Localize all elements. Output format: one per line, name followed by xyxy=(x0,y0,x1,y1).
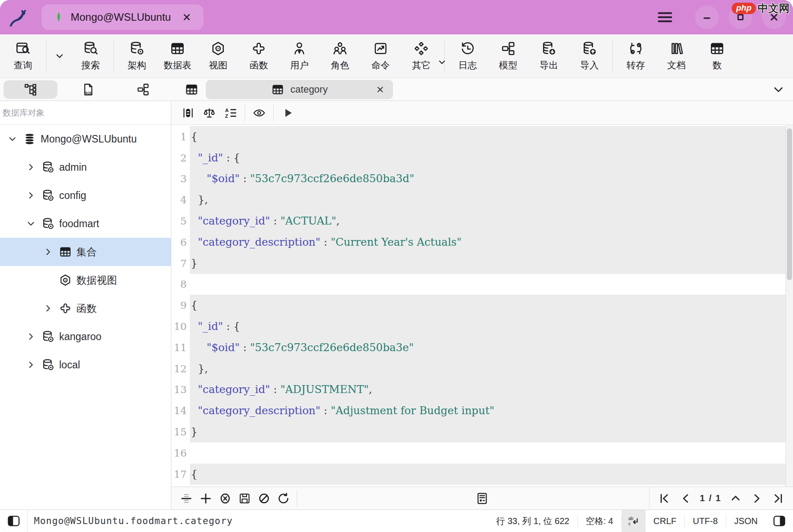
tree-item-data-views[interactable]: 数据视图 xyxy=(0,266,171,294)
menu-hamburger-icon[interactable] xyxy=(656,8,674,26)
sort-button[interactable]: AZ xyxy=(220,106,241,120)
toolbar-export-button[interactable]: 导出 xyxy=(529,38,569,74)
toolbar-docs-button[interactable]: 文档 xyxy=(656,38,697,74)
code-line-text[interactable]: "_id" : { xyxy=(190,316,785,337)
run-button[interactable] xyxy=(277,106,298,120)
tree-item-db-local[interactable]: local xyxy=(0,351,171,379)
circleslash-icon xyxy=(257,492,271,505)
last-page-button[interactable] xyxy=(769,492,787,505)
code-line-text[interactable]: "$oid" : "53c7c973ccf26e6de850ba3d" xyxy=(190,169,785,190)
toolbar-user-button[interactable]: 用户 xyxy=(279,38,320,74)
toolbar-schema-button[interactable]: 架构 xyxy=(117,38,157,74)
tab-overflow-chevron-icon[interactable] xyxy=(772,83,785,96)
model-view-button[interactable] xyxy=(136,82,150,97)
tablegrid-icon xyxy=(170,41,185,56)
connection-tab-close-icon[interactable] xyxy=(181,12,192,22)
code-line: 14"category_description" : "Adjustment f… xyxy=(171,400,785,421)
line-number: 13 xyxy=(171,384,190,395)
previous-page-button[interactable] xyxy=(677,492,695,505)
object-tree-button[interactable] xyxy=(4,80,57,99)
form-view-icon[interactable] xyxy=(475,491,489,506)
code-line-text[interactable]: } xyxy=(190,253,785,274)
records-view-button[interactable] xyxy=(177,106,199,120)
code-line-text[interactable]: "category_description" : "Adjustment for… xyxy=(190,400,785,421)
objects-tab[interactable] xyxy=(185,82,199,97)
code-line-text[interactable]: { xyxy=(190,126,785,147)
toolbar-search-button[interactable]: 搜索 xyxy=(70,38,111,74)
add-record-button[interactable] xyxy=(196,492,215,505)
page-up-button[interactable] xyxy=(727,492,744,505)
query-file-button[interactable]: SQL xyxy=(81,82,95,97)
aggregate-button[interactable] xyxy=(199,106,220,120)
tree-item-collections[interactable]: 集合 xyxy=(0,238,171,266)
toolbar-function-button[interactable]: 函数 xyxy=(238,38,279,74)
chevron-right-icon[interactable] xyxy=(42,303,54,314)
category-tab[interactable]: category xyxy=(206,80,393,99)
indent-setting[interactable]: 空格: 4 xyxy=(578,510,621,532)
discard-changes-button[interactable] xyxy=(254,492,274,505)
toggle-left-panel-icon[interactable] xyxy=(0,513,27,528)
chevron-right-icon[interactable] xyxy=(25,331,37,342)
tree-item-connection-mongo-wslubuntu[interactable]: Mongo@WSLUbuntu xyxy=(0,125,171,153)
toolbar-other-button[interactable]: 其它 xyxy=(401,38,442,74)
toolbar-view-button[interactable]: 视图 xyxy=(198,38,238,74)
code-line-text[interactable]: "category_id" : "ACTUAL", xyxy=(190,210,785,232)
toolbar-role-button[interactable]: 角色 xyxy=(320,38,360,74)
encoding[interactable]: UTF-8 xyxy=(685,510,726,532)
delete-record-button[interactable] xyxy=(215,492,235,505)
toolbar-query-button[interactable]: 查询 xyxy=(3,38,43,74)
json-code-area[interactable]: 1{2"_id" : {3"$oid" : "53c7c973ccf26e6de… xyxy=(171,125,793,487)
chevron-right-icon[interactable] xyxy=(25,360,37,370)
refresh-button[interactable] xyxy=(274,492,293,505)
code-line-text[interactable]: "_id" : { xyxy=(190,147,785,169)
code-line-text[interactable] xyxy=(190,442,785,464)
toolbar-dump-button[interactable]: 转存 xyxy=(616,38,656,74)
toolbar-import-button[interactable]: 导入 xyxy=(569,38,610,74)
toolbar-command-button[interactable]: 命令 xyxy=(360,38,401,74)
tree-item-db-config[interactable]: config xyxy=(0,181,171,210)
code-rows: 1{2"_id" : {3"$oid" : "53c7c973ccf26e6de… xyxy=(171,126,785,485)
toolbar-model-button[interactable]: 模型 xyxy=(488,38,529,74)
category-tab-close-icon[interactable] xyxy=(375,85,385,94)
toolbar-datagen-button[interactable]: 数 xyxy=(697,38,737,74)
line-ending[interactable]: CRLF xyxy=(646,510,684,532)
first-page-button[interactable] xyxy=(656,492,673,505)
code-line-text[interactable]: } xyxy=(190,421,785,442)
toggle-right-panel-icon[interactable] xyxy=(766,513,793,528)
preview-button[interactable] xyxy=(249,106,270,120)
toolbar-separator xyxy=(113,40,114,72)
code-line-text[interactable]: { xyxy=(190,295,785,316)
chevron-right-icon[interactable] xyxy=(25,190,37,201)
minimize-button[interactable] xyxy=(695,5,719,29)
code-line-text[interactable]: "$oid" : "53c7c973ccf26e6de850ba3e" xyxy=(190,337,785,358)
chevron-right-icon[interactable] xyxy=(42,247,54,257)
chevron-right-icon[interactable] xyxy=(25,162,37,172)
grid-options-button[interactable] xyxy=(177,492,196,505)
code-line-text[interactable]: }, xyxy=(190,358,785,379)
connection-tab[interactable]: Mongo@WSLUbuntu xyxy=(42,4,204,30)
next-page-button[interactable] xyxy=(748,492,766,505)
vertical-scrollbar[interactable] xyxy=(785,125,793,487)
toolbar-log-button[interactable]: 日志 xyxy=(447,38,488,74)
object-filter-input[interactable]: 数据库对象 xyxy=(0,101,171,125)
word-wrap-icon[interactable]: abc xyxy=(622,510,646,532)
new-object-dropdown-button[interactable] xyxy=(49,51,70,61)
tree-item-functions[interactable]: 函数 xyxy=(0,294,171,322)
scrollbar-thumb[interactable] xyxy=(787,128,792,280)
chevron-down-icon[interactable] xyxy=(25,218,37,229)
code-line-text[interactable]: { xyxy=(190,464,785,485)
syntax-mode[interactable]: JSON xyxy=(726,510,766,532)
toolbar-table-button[interactable]: 数据表 xyxy=(157,38,198,74)
chevron-down-icon[interactable] xyxy=(6,134,19,144)
code-line-text[interactable]: }, xyxy=(190,189,785,210)
cursor-position[interactable]: 行 33, 列 1, 位 622 xyxy=(488,510,578,532)
tree-item-db-foodmart[interactable]: foodmart xyxy=(0,210,171,238)
tree-item-db-admin[interactable]: admin xyxy=(0,153,171,181)
code-line-text[interactable]: "category_id" : "ADJUSTMENT", xyxy=(190,379,785,401)
main-toolbar: 查询搜索架构数据表视图函数用户角色命令其它日志模型导出导入转存文档数 xyxy=(0,34,793,78)
tree-item-db-kangaroo[interactable]: kangaroo xyxy=(0,322,171,351)
code-line-text[interactable] xyxy=(190,274,785,295)
code-line-text[interactable]: "category_description" : "Current Year's… xyxy=(190,232,785,253)
save-record-button[interactable] xyxy=(235,492,254,505)
database-icon xyxy=(42,330,55,343)
